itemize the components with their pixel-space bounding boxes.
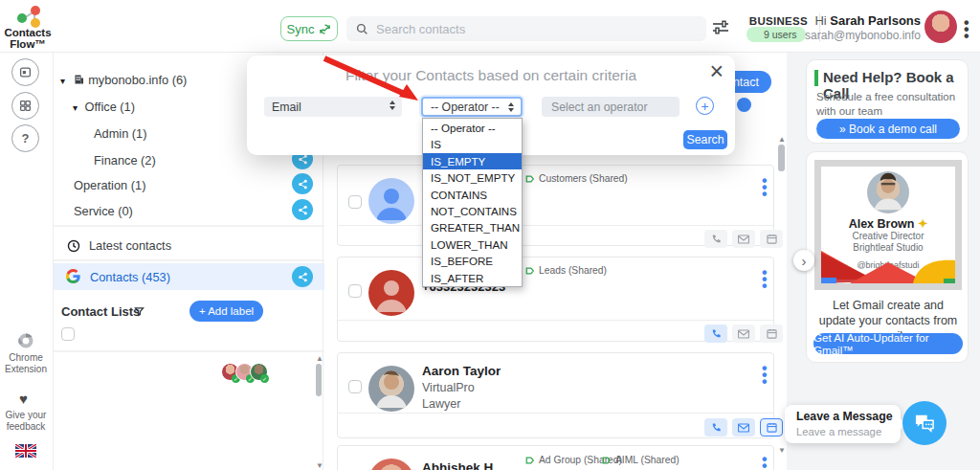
- dropdown-option[interactable]: IS_BEFORE: [423, 253, 522, 269]
- book-demo-button[interactable]: » Book a demo call: [816, 119, 960, 139]
- scrollbar-up-arrow[interactable]: ▲: [778, 135, 786, 144]
- check-badge: ✓: [260, 374, 269, 383]
- search-placeholder: Search contacts: [376, 22, 465, 36]
- sidebar-item-finance[interactable]: Finance (2): [94, 153, 156, 168]
- dropdown-option[interactable]: IS: [423, 136, 522, 152]
- sidebar-item-latest-contacts[interactable]: Latest contacts: [67, 238, 171, 253]
- apps-grid-icon[interactable]: [11, 92, 39, 120]
- card-menu-icon[interactable]: •••: [762, 269, 768, 289]
- caret-down-icon[interactable]: ▾: [60, 76, 65, 86]
- contact-avatar: [368, 178, 414, 224]
- divider: [54, 259, 324, 261]
- dropdown-option[interactable]: IS_AFTER: [423, 270, 522, 286]
- contact-avatar: [368, 270, 414, 316]
- chat-tooltip-subtitle: Leave a message: [796, 426, 901, 437]
- scrollbar-up-arrow[interactable]: ▲: [316, 354, 323, 363]
- dropdown-option[interactable]: LOWER_THAN: [423, 236, 522, 253]
- field-select[interactable]: Email: [264, 97, 402, 117]
- sidebar-scrollbar[interactable]: [316, 364, 322, 396]
- calendar-button[interactable]: [760, 325, 783, 343]
- call-button[interactable]: [704, 230, 727, 248]
- dropdown-option[interactable]: NOT_CONTAINS: [423, 203, 522, 219]
- divider: [54, 225, 324, 227]
- user-avatar[interactable]: [924, 11, 957, 43]
- sidebar-item-office[interactable]: ▾ Office (1): [73, 100, 135, 114]
- contact-tag: Leads (Shared): [525, 265, 607, 276]
- call-button[interactable]: [704, 325, 727, 343]
- add-filter-icon[interactable]: +: [696, 97, 714, 115]
- accent-bar: [814, 70, 818, 86]
- add-label-button[interactable]: + Add label: [189, 301, 263, 322]
- partial-icon[interactable]: [737, 98, 751, 112]
- carousel-slide: Alex Brown ✦ Creative Director Brightlea…: [814, 160, 962, 290]
- card-menu-icon[interactable]: •••: [762, 177, 768, 197]
- dropdown-option[interactable]: GREATER_THAN: [423, 219, 522, 235]
- tag-icon: [525, 456, 535, 465]
- user-greeting: Hi Sarah Parlsons: [777, 13, 921, 28]
- search-input[interactable]: Search contacts: [346, 16, 706, 41]
- operator-select[interactable]: -- Operator --: [421, 97, 523, 117]
- share-icon[interactable]: [292, 199, 313, 220]
- gmail-updater-button[interactable]: Get AI Auto-Updater for Gmail™: [813, 333, 963, 354]
- contact-checkbox[interactable]: [348, 380, 362, 393]
- sidebar-item-google-contacts[interactable]: Contacts (453): [54, 263, 324, 290]
- language-flag-icon[interactable]: [15, 444, 36, 460]
- contact-tag: AIML (Shared): [602, 455, 679, 465]
- close-icon[interactable]: ×: [709, 57, 724, 85]
- chat-tooltip-title: Leave a Message: [796, 410, 901, 423]
- contact-avatar: [368, 366, 414, 412]
- scrollbar-down-arrow[interactable]: ▼: [778, 446, 786, 455]
- contact-card[interactable]: Abhishek H Ad Group (Shared) AIML (Share…: [337, 445, 774, 470]
- divider: [338, 320, 773, 321]
- contact-lists-title: Contact Lists: [61, 304, 140, 319]
- sidebar-item-service[interactable]: Service (0): [74, 204, 133, 218]
- sidebar-item-domain[interactable]: ▾ mybonobo.info (6): [60, 73, 187, 87]
- dropdown-option-selected[interactable]: IS_EMPTY: [423, 153, 522, 169]
- dropdown-option[interactable]: IS_NOT_EMPTY: [423, 169, 522, 186]
- contact-checkbox[interactable]: [348, 284, 362, 298]
- scrollbar-down-arrow[interactable]: ▼: [316, 461, 323, 470]
- calendar-button[interactable]: [760, 418, 783, 436]
- contact-checkbox[interactable]: [348, 195, 362, 209]
- contact-card-icon[interactable]: [11, 58, 39, 86]
- dropdown-option[interactable]: -- Operator --: [423, 120, 522, 136]
- profile-role: Creative Director: [821, 231, 955, 242]
- call-button[interactable]: [704, 418, 727, 436]
- divider: [54, 350, 324, 352]
- share-icon[interactable]: [292, 173, 313, 194]
- sidebar-item-admin[interactable]: Admin (1): [94, 126, 146, 141]
- dropdown-option[interactable]: CONTAINS: [423, 187, 522, 203]
- main-scrollbar[interactable]: [778, 145, 785, 171]
- contact-card[interactable]: Customers (Shared) •••: [337, 165, 774, 246]
- chat-tooltip[interactable]: Leave a Message Leave a message: [785, 405, 901, 443]
- tune-icon[interactable]: [712, 20, 729, 38]
- calendar-button[interactable]: [760, 230, 783, 248]
- help-icon[interactable]: ?: [11, 124, 39, 152]
- gmail-envelope-art: [821, 251, 955, 283]
- card-menu-icon[interactable]: •••: [762, 456, 768, 470]
- caret-down-icon[interactable]: ▾: [73, 102, 78, 113]
- chrome-icon[interactable]: [17, 332, 34, 352]
- filter-funnel-icon[interactable]: [134, 305, 145, 320]
- topbar-menu-icon[interactable]: •••: [964, 19, 969, 39]
- contact-card[interactable]: Aaron Taylor VirtualPro Lawyer •••: [337, 352, 774, 438]
- email-button[interactable]: [732, 418, 755, 436]
- modal-title: Filter your Contacts based on certain cr…: [247, 67, 735, 84]
- sync-button[interactable]: Sync: [280, 16, 338, 41]
- chat-launcher-button[interactable]: [902, 401, 947, 445]
- carousel-next-button[interactable]: ›: [793, 250, 814, 271]
- contact-role: Lawyer: [422, 397, 460, 411]
- sidebar-item-operation[interactable]: Operation (1): [74, 178, 145, 192]
- share-icon[interactable]: [292, 266, 313, 287]
- contact-card[interactable]: +63323232323 Leads (Shared) •••: [337, 257, 774, 342]
- heart-icon[interactable]: ♥: [19, 391, 28, 407]
- help-subtitle: Schedule a free consultation with our te…: [816, 90, 962, 119]
- card-menu-icon[interactable]: •••: [762, 365, 768, 385]
- operator-value-input[interactable]: Select an operator: [542, 97, 679, 117]
- select-all-checkbox[interactable]: [61, 327, 75, 341]
- email-button[interactable]: [732, 325, 755, 343]
- tag-icon: [525, 174, 535, 184]
- app-logo-title: Contacts Flow™: [2, 27, 54, 50]
- email-button[interactable]: [732, 230, 755, 248]
- modal-search-button[interactable]: Search: [683, 130, 727, 149]
